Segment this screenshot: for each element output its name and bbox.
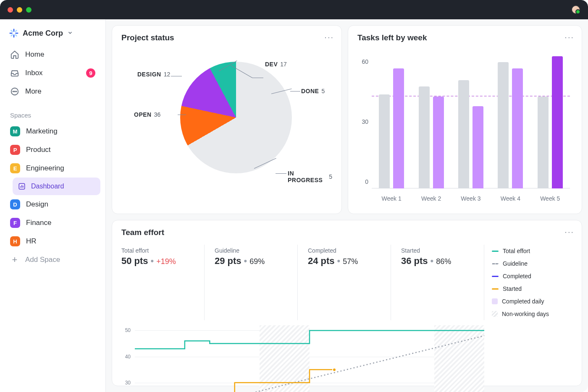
bar [379, 94, 390, 188]
space-label: Engineering [26, 164, 64, 172]
card-project-status: Project status ··· DEV17 [112, 25, 342, 214]
user-avatar[interactable] [571, 5, 580, 14]
bar [419, 86, 430, 188]
workspace-logo-icon [9, 29, 18, 38]
x-label: Week 4 [501, 195, 520, 202]
y-tick: 60 [362, 58, 368, 65]
space-item-marketing[interactable]: MMarketing [5, 122, 100, 141]
minimize-window-button[interactable] [17, 7, 22, 13]
main-content: Project status ··· DEV17 [106, 19, 588, 392]
card-menu-button[interactable]: ··· [564, 227, 574, 237]
home-icon [10, 50, 19, 59]
window-controls [8, 7, 32, 13]
pie-label-design: DESIGN12 [137, 71, 170, 78]
bar-group [419, 86, 444, 188]
close-window-button[interactable] [8, 7, 13, 13]
bar-group [538, 56, 563, 188]
svg-point-10 [14, 91, 15, 92]
stat-total-effort: Total effort 50 pts•+19% [121, 245, 205, 320]
effort-line-chart: 20304050 [121, 325, 484, 392]
pie-label-dev: DEV17 [265, 61, 287, 68]
card-title: Project status [121, 33, 332, 42]
nav-home-label: Home [25, 50, 44, 59]
effort-legend: Total effort Guideline Completed Started… [484, 245, 572, 320]
bar [538, 97, 549, 188]
add-space-label: Add Space [25, 256, 60, 264]
space-icon: P [10, 145, 20, 155]
x-label: Week 5 [540, 195, 560, 202]
nav-inbox-label: Inbox [25, 69, 43, 77]
space-item-hr[interactable]: HHR [5, 232, 100, 251]
space-icon: H [10, 236, 20, 246]
bar-y-axis: 03060 [357, 48, 370, 188]
svg-line-5 [16, 35, 17, 36]
space-icon: F [10, 218, 20, 228]
card-title: Team effort [121, 228, 572, 237]
nav-more[interactable]: More [5, 82, 100, 101]
card-menu-button[interactable]: ··· [564, 32, 574, 42]
nav-more-label: More [25, 87, 42, 96]
card-tasks-by-week: Tasks left by week ··· 03060 Week 1Week … [348, 25, 582, 214]
workspace-switcher[interactable]: Acme Corp [5, 24, 100, 45]
card-team-effort: Team effort ··· Total effort 50 pts•+19%… [112, 220, 582, 386]
space-dashboard[interactable]: Dashboard [13, 178, 100, 195]
svg-line-6 [11, 35, 13, 36]
y-tick: 30 [362, 118, 368, 125]
svg-point-9 [13, 91, 13, 92]
pie-label-done: DONE5 [301, 88, 325, 94]
bar [498, 62, 509, 188]
space-item-finance[interactable]: FFinance [5, 214, 100, 232]
x-label: Week 2 [421, 195, 441, 202]
space-label: Product [26, 146, 51, 154]
card-title: Tasks left by week [357, 33, 572, 42]
bar [433, 97, 444, 188]
space-label: Marketing [26, 127, 58, 136]
space-label: Finance [26, 219, 51, 227]
space-label: Design [26, 200, 48, 209]
bar-group [458, 80, 483, 188]
space-icon: E [10, 163, 20, 173]
bar-chart: 03060 Week 1Week 2Week 3Week 4Week 5 [357, 48, 572, 204]
bar-x-labels: Week 1Week 2Week 3Week 4Week 5 [372, 195, 570, 202]
pie-graphic [180, 62, 292, 173]
bar [458, 80, 469, 188]
workspace-name: Acme Corp [23, 29, 63, 38]
x-label: Week 1 [382, 195, 402, 202]
space-item-engineering[interactable]: EEngineering [5, 159, 100, 178]
svg-point-11 [16, 91, 17, 92]
stat-completed: Completed 24 pts•57% [298, 245, 391, 320]
add-space-button[interactable]: + Add Space [5, 251, 100, 269]
pie-label-open: OPEN36 [134, 111, 160, 118]
inbox-icon [10, 68, 19, 78]
more-icon [10, 87, 19, 96]
pie-label-in-progress: IN PROGRESS5 [288, 170, 332, 183]
pie-chart: DEV17 DESIGN12 DONE5 OPEN36 IN PROGRESS5 [121, 42, 332, 198]
space-dashboard-label: Dashboard [31, 183, 64, 190]
stat-started: Started 36 pts•86% [391, 245, 484, 320]
spaces-list: MMarketingPProductEEngineeringDashboardD… [5, 122, 100, 251]
bar [472, 106, 483, 188]
space-item-product[interactable]: PProduct [5, 141, 100, 159]
window-titlebar [0, 0, 588, 19]
nav-home[interactable]: Home [5, 45, 100, 64]
space-label: HR [26, 237, 37, 246]
card-menu-button[interactable]: ··· [324, 32, 334, 42]
svg-line-4 [11, 31, 13, 32]
space-icon: D [10, 199, 20, 209]
plus-icon: + [10, 255, 19, 264]
stat-guideline: Guideline 29 pts•69% [205, 245, 298, 320]
dashboard-icon [18, 182, 26, 191]
chevron-down-icon [67, 29, 73, 38]
space-icon: M [10, 126, 20, 136]
bar [393, 68, 404, 188]
bar-group [498, 62, 523, 188]
svg-line-7 [16, 31, 17, 32]
space-item-design[interactable]: DDesign [5, 195, 100, 214]
bar-groups [372, 48, 570, 188]
maximize-window-button[interactable] [26, 7, 32, 13]
effort-stats: Total effort 50 pts•+19% Guideline 29 pt… [121, 245, 572, 320]
sidebar: Acme Corp Home Inbox 9 More Spaces MMar [0, 19, 106, 392]
bar [552, 56, 563, 188]
bar-group [379, 68, 404, 188]
nav-inbox[interactable]: Inbox 9 [5, 64, 100, 82]
